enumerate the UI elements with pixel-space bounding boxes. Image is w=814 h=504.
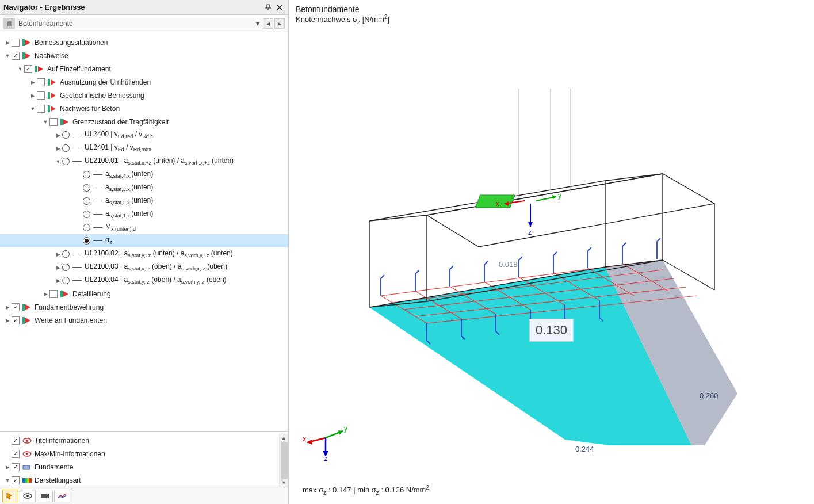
checkbox[interactable] [49,118,58,126]
tree-item-nachweis-beton[interactable]: ▼ Nachweis für Beton [0,102,288,115]
checkbox[interactable] [12,463,20,471]
option-fundamente[interactable]: ▶ Fundamente [0,460,279,474]
svg-text:z: z [528,228,532,236]
expander-icon[interactable]: ▼ [3,52,12,60]
expander-icon[interactable]: ▶ [3,316,12,324]
breadcrumb-dropdown[interactable]: ▾ [254,18,262,29]
radio[interactable] [62,264,70,271]
checkbox[interactable] [12,52,20,60]
tree-item[interactable]: ▶ as,stat,2,x,(unten) [0,194,288,208]
svg-rect-15 [22,478,25,483]
tree-item-bemessungssituationen[interactable]: ▶ Bemessungssituationen [0,36,288,49]
checkbox[interactable] [12,437,20,445]
expander-icon[interactable]: ▼ [3,476,12,484]
radio[interactable] [62,144,70,152]
tree-item-grenzzustand[interactable]: ▼ Grenzzustand der Tragfähigkeit [0,115,288,128]
radio[interactable] [62,250,70,258]
tree-item-ul2400[interactable]: ▶ UL2400 | vEd,red / vRd,c [0,128,288,142]
tree-item-sigma-z[interactable]: ▶ σz [0,234,288,247]
radio[interactable] [83,184,90,192]
option-titelinformationen[interactable]: ▶ Titelinformationen [0,434,279,447]
radio[interactable] [62,158,70,165]
block-icon [22,463,32,471]
checkbox[interactable] [37,105,45,113]
tree-item[interactable]: ▶ as,stat,4,x,(unten) [0,168,288,181]
expander-icon[interactable]: ▼ [41,118,49,126]
expander-icon[interactable]: ▼ [54,158,62,166]
tree-item[interactable]: ▶ as,stat,1,x,(unten) [0,208,288,221]
checkbox[interactable] [37,91,45,100]
expander-icon[interactable]: ▶ [29,78,37,86]
model-render: x y z [323,89,761,445]
expander-icon[interactable]: ▶ [54,277,62,285]
tree-label: UL2100.02 | as,stat,y,+z (unten) / as,vo… [85,249,233,258]
scroll-down-icon[interactable]: ▼ [281,480,286,486]
tree-item[interactable]: ▶ Mx,(unten),d [0,221,288,234]
radio[interactable] [62,131,70,139]
radio[interactable] [83,197,90,205]
dash-icon [72,264,82,272]
tree-label: Darstellungsart [35,476,81,484]
scroll-up-icon[interactable]: ▲ [281,435,286,441]
panel-header: Navigator - Ergebnisse [0,0,288,15]
svg-rect-0 [22,39,25,46]
checkbox[interactable] [12,303,20,311]
expander-icon[interactable]: ▶ [54,264,62,272]
tree-item-auf-einzelfundament[interactable]: ▼ Auf Einzelfundament [0,62,288,75]
expander-icon[interactable]: ▼ [29,105,37,113]
viewport-3d[interactable]: x y z 0.018 0.130 0.260 0.244 x y z [289,25,814,504]
tree-item-werte-fundamenten[interactable]: ▶ Werte an Fundamenten [0,314,288,327]
checkbox[interactable] [12,316,20,324]
option-maxmin[interactable]: ▶ Max/Min-Informationen [0,447,279,460]
tab-select-button[interactable] [2,490,18,502]
expander-icon[interactable]: ▶ [54,250,62,258]
svg-marker-54 [552,195,556,199]
scrollbar-vertical[interactable]: ▲ ▼ [279,434,288,487]
checkbox[interactable] [49,290,58,298]
breadcrumb-next[interactable]: ▸ [274,18,285,29]
radio[interactable] [83,171,90,178]
expander-icon[interactable]: ▶ [29,91,37,100]
checkbox[interactable] [12,39,20,47]
tree-item-nachweise[interactable]: ▼ Nachweise [0,49,288,62]
expander-icon[interactable]: ▼ [16,65,24,73]
tree-item[interactable]: ▶ Ausnutzung der Umhüllenden [0,75,288,89]
radio[interactable] [83,224,90,231]
tree-item[interactable]: ▶ Geotechnische Bemessung [0,89,288,102]
expander-icon[interactable]: ▶ [54,131,62,139]
radio[interactable] [83,211,90,218]
checkbox[interactable] [12,450,20,458]
tree-item-detaillierung[interactable]: ▶ Detaillierung [0,287,288,300]
tree-label: Fundamente [35,463,73,471]
tab-results-button[interactable] [54,490,70,502]
dash-icon [72,277,82,285]
checkbox[interactable] [37,78,45,86]
checkbox[interactable] [24,65,32,73]
expander-icon[interactable]: ▶ [3,39,12,47]
breadcrumb-prev[interactable]: ◂ [263,18,273,29]
expander-icon[interactable]: ▶ [41,290,49,298]
expander-icon[interactable]: ▶ [54,144,62,152]
option-darstellungsart[interactable]: ▼ Darstellungsart [0,474,279,487]
expander-icon[interactable]: ▶ [3,303,12,311]
tree-item-ul2100-04[interactable]: ▶ UL2100.04 | as,stat,y,-z (oben) / as,v… [0,274,288,287]
tree-item[interactable]: ▶ as,stat,3,x,(unten) [0,181,288,194]
dash-icon [93,224,103,232]
tree-item-fundamentbewehrung[interactable]: ▶ Fundamentbewehrung [0,300,288,314]
radio[interactable] [62,277,70,284]
expander-icon[interactable]: ▶ [3,463,12,471]
axis-x-label: x [303,435,306,443]
checkbox[interactable] [12,476,20,484]
tab-view-button[interactable] [20,490,36,502]
breadcrumb-text[interactable]: Betonfundamente [18,20,254,28]
tree-item-ul2100-01[interactable]: ▼ UL2100.01 | as,stat,x,+z (unten) / as,… [0,155,288,168]
tree-item-ul2100-02[interactable]: ▶ UL2100.02 | as,stat,y,+z (unten) / as,… [0,247,288,261]
tree-item-ul2401[interactable]: ▶ UL2401 | vEd / vRd,max [0,142,288,155]
tree-item-ul2100-03[interactable]: ▶ UL2100.03 | as,stat,x,-z (oben) / as,v… [0,261,288,274]
tab-camera-button[interactable] [37,490,53,502]
result-tree[interactable]: ▶ Bemessungssituationen ▼ Nachweise ▼ Au… [0,32,288,431]
close-icon[interactable] [274,2,285,13]
pin-icon[interactable] [263,2,273,13]
scroll-thumb[interactable] [281,442,288,479]
radio[interactable] [83,237,90,245]
